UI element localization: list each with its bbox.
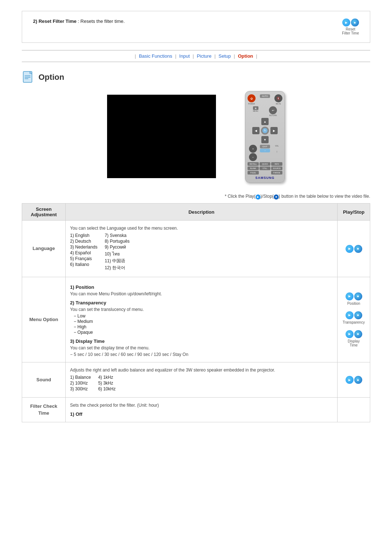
displaytime-playstop-label: DisplayTime	[348, 339, 360, 347]
table-section: * Click the Play(▶)/Stop(■) button in th…	[22, 194, 370, 422]
lang-7: 7) Svenska	[105, 233, 130, 238]
auto-btn[interactable]: AUTO	[260, 94, 270, 98]
samsung-logo: SAMSUNG	[248, 176, 282, 180]
arrow-btn[interactable]: →	[260, 149, 270, 152]
right-btn[interactable]: ▶	[270, 127, 278, 134]
projector-screen	[107, 95, 216, 178]
transparency-desc: You can set the translucency of menu.	[70, 307, 333, 312]
play-language[interactable]: ▶	[346, 245, 354, 253]
nav-separator-5: |	[256, 53, 257, 59]
playstop-displaytime: ▶ ■ DisplayTime	[346, 330, 362, 347]
col-header-playstop: Play/Stop	[338, 204, 370, 221]
nav-picture[interactable]: Picture	[197, 53, 211, 59]
reset-desc: Resets the filter time.	[81, 19, 125, 24]
remote-vol-row: + − EXIT → VOL ↕	[248, 145, 282, 161]
mute-btn[interactable]: 🔇	[274, 94, 282, 102]
exit-btn[interactable]: EXIT	[260, 145, 270, 148]
lang-5: 5) Français	[70, 256, 97, 261]
reset-playstop-buttons: ▶ ■ ResetFilter Time	[342, 19, 359, 35]
playstop-position: ▶ ■ Position	[346, 292, 362, 305]
sound-intro: Adjusts the right and left audio balance…	[70, 368, 333, 373]
down-btn[interactable]: ▼	[261, 136, 269, 143]
cell-sound-playstop: ▶ ■	[338, 362, 370, 398]
play-sound[interactable]: ▶	[346, 376, 354, 384]
nav-sep-4: |	[234, 53, 235, 59]
stop-displaytime[interactable]: ■	[354, 330, 362, 338]
stop-sound[interactable]: ■	[354, 376, 362, 384]
language-col-left: 1) English 2) Deutsch 3) Nederlands 4) E…	[70, 233, 97, 271]
lang-4: 4) Español	[70, 250, 97, 255]
cell-language-label: Language	[22, 221, 66, 277]
psize-btn[interactable]: P.SIZE	[248, 171, 259, 175]
vol-plus-btn[interactable]: +	[249, 145, 257, 153]
play-position[interactable]: ▶	[346, 292, 354, 300]
stop-transparency[interactable]: ■	[354, 311, 362, 319]
main-table: ScreenAdjustment Description Play/Stop L…	[22, 203, 370, 422]
nav-setup[interactable]: Setup	[219, 53, 231, 59]
play-displaytime[interactable]: ▶	[346, 330, 354, 338]
col-header-screen: ScreenAdjustment	[22, 204, 66, 221]
lang-3: 3) Nederlands	[70, 245, 97, 250]
up-btn[interactable]: ▲	[261, 118, 269, 125]
transparency-label: 2) Transparency	[70, 300, 333, 305]
lang-10: 10) ไทย	[105, 250, 130, 257]
transp-high: − High	[74, 324, 333, 329]
cell-language-playstop: ▶ ■	[338, 221, 370, 277]
language-list: 1) English 2) Deutsch 3) Nederlands 4) E…	[70, 233, 333, 271]
btn-pair-language: ▶ ■	[346, 245, 362, 253]
left-btn[interactable]: ◀	[252, 127, 260, 134]
lang-9: 9) Русский	[105, 245, 130, 250]
install-btn[interactable]: INSTALL	[248, 162, 259, 166]
stop-language[interactable]: ■	[354, 245, 362, 253]
top-section: 2) Reset Filter Time : Resets the filter…	[22, 11, 370, 43]
btn-pair-displaytime: ▶ ■	[346, 330, 362, 338]
transp-medium: − Medium	[74, 319, 333, 324]
vol-minus-btn[interactable]: −	[249, 153, 257, 161]
multi-playstop-menuoption: ▶ ■ Position ▶ ■ Transparency	[342, 292, 366, 347]
nav-bar: | Basic Functions | Input | Picture | Se…	[22, 50, 370, 62]
power-btn[interactable]: ⏻	[248, 94, 256, 102]
language-intro: You can select the Language used for the…	[70, 226, 333, 231]
info-btn[interactable]: INFO	[271, 162, 282, 166]
nav-sep-1: |	[175, 53, 176, 59]
sound-6: 6) 10kHz	[98, 386, 115, 391]
lang-12: 12) 한국어	[105, 265, 130, 271]
menu-btn[interactable]: ▦	[253, 106, 258, 110]
transparency-playstop-label: Transparency	[343, 320, 365, 324]
lang-1: 1) English	[70, 233, 97, 238]
filtercheck-intro: Sets the check period for the filter. (U…	[70, 403, 333, 408]
nav-basic-functions[interactable]: Basic Functions	[139, 53, 172, 59]
cell-sound-label: Sound	[22, 362, 66, 398]
lang-11: 11) 中国语	[105, 258, 130, 264]
position-desc: You can move Menu Position up/down/left/…	[70, 291, 333, 296]
play-transparency[interactable]: ▶	[346, 311, 354, 319]
cell-menuoption-desc: 1) Position You can move Menu Position u…	[66, 277, 338, 362]
nav-sep-3: |	[215, 53, 216, 59]
remote-menu-row: ▦ MENU ↩ RETURN	[248, 106, 282, 116]
nav-option[interactable]: Option	[238, 53, 253, 59]
center-btn[interactable]: ↻	[261, 127, 269, 135]
stop-button[interactable]: ■	[351, 19, 359, 26]
sound-4: 4) 1kHz	[98, 375, 115, 380]
blank-btn[interactable]: BLANK	[248, 167, 259, 170]
cell-filtercheck-label: Filter CheckTime	[22, 398, 66, 422]
table-row: Menu Option 1) Position You can move Men…	[22, 277, 370, 362]
language-col-right: 7) Svenska 8) Português 9) Русский 10) ไ…	[105, 233, 130, 271]
table-row: Sound Adjusts the right and left audio b…	[22, 362, 370, 398]
content-area: ⏻ POWER AUTO 🔇 MUTE ▦ MENU ↩	[22, 91, 370, 183]
cell-language-desc: You can select the Language used for the…	[66, 221, 338, 277]
playstop-transparency: ▶ ■ Transparency	[343, 311, 365, 324]
nav-sep-2: |	[193, 53, 194, 59]
quick-btn[interactable]: QUICK	[260, 162, 271, 166]
nav-input[interactable]: Input	[179, 53, 190, 59]
sound-list: 1) Balance 2) 100Hz 3) 300Hz 4) 1kHz 5) …	[70, 375, 333, 391]
col-header-desc: Description	[66, 204, 338, 221]
remote-control: ⏻ POWER AUTO 🔇 MUTE ▦ MENU ↩	[245, 91, 285, 183]
return-btn[interactable]: ↩	[269, 106, 277, 114]
play-button[interactable]: ▶	[342, 19, 350, 26]
still-btn[interactable]: STILL	[260, 167, 271, 170]
position-playstop-label: Position	[347, 301, 360, 305]
source-btn[interactable]: SOURCE	[271, 167, 282, 170]
stop-position[interactable]: ■	[354, 292, 362, 300]
pmode-btn[interactable]: P.MODE	[271, 171, 282, 175]
